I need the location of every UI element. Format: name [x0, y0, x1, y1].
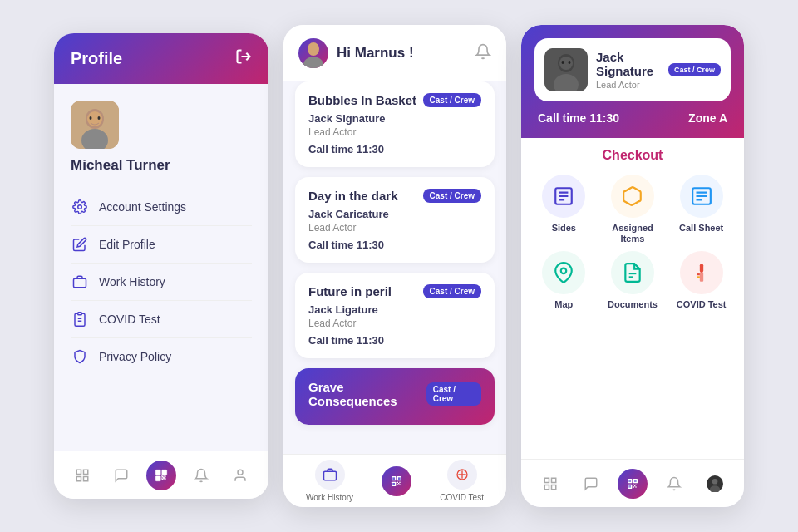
svg-rect-65: [699, 273, 702, 282]
right-top-section: Jack Signature Lead Actor Cast / Crew Ca…: [521, 25, 744, 138]
right-nav-qr-active[interactable]: [618, 469, 648, 499]
mid-nav-covid[interactable]: COVID Test: [440, 460, 484, 502]
nav-qr-icon-active[interactable]: [146, 461, 176, 490]
shield-icon: [71, 347, 89, 366]
card-actor-day: Jack Caricature: [308, 208, 481, 220]
right-avatar: [544, 48, 588, 91]
icon-grid-top: Sides Assigned Items Call Sheet: [534, 175, 731, 244]
svg-rect-69: [551, 478, 555, 482]
right-nav-profile[interactable]: [700, 469, 730, 499]
checkout-title: Checkout: [534, 148, 731, 163]
card-role-day: Lead Actor: [308, 222, 481, 234]
gear-icon: [71, 198, 89, 216]
svg-rect-73: [628, 480, 631, 482]
svg-rect-13: [76, 476, 81, 480]
right-user-role: Lead Actor: [596, 80, 660, 90]
covid-test-label-right: COVID Test: [677, 299, 727, 310]
svg-rect-38: [393, 483, 396, 485]
mid-nav-label-work: Work History: [306, 493, 353, 502]
btn-map[interactable]: Map: [534, 251, 594, 310]
profile-title: Profile: [71, 49, 122, 68]
call-sheet-label: Call Sheet: [679, 223, 723, 234]
svg-rect-70: [544, 485, 549, 489]
svg-rect-8: [78, 313, 82, 315]
svg-rect-36: [398, 477, 401, 480]
sides-icon-circle: [542, 175, 585, 218]
menu-item-work-history[interactable]: Work History: [71, 264, 252, 301]
left-header: Profile: [54, 33, 268, 84]
svg-rect-42: [400, 484, 401, 485]
mid-avatar: [298, 38, 328, 68]
left-panel: Profile Micheal Turner: [54, 33, 268, 499]
svg-rect-24: [162, 475, 164, 477]
btn-call-sheet[interactable]: Call Sheet: [672, 175, 731, 244]
covid-test-icon-circle: [680, 251, 723, 294]
cast-badge-bubbles: Cast / Crew: [423, 93, 481, 107]
right-panel: Jack Signature Lead Actor Cast / Crew Ca…: [521, 25, 744, 507]
right-nav-bell[interactable]: [659, 469, 689, 499]
menu-item-privacy-policy[interactable]: Privacy Policy: [71, 338, 252, 375]
svg-point-52: [569, 61, 571, 64]
sides-label: Sides: [552, 223, 576, 234]
cast-badge-future: Cast / Crew: [423, 284, 481, 298]
documents-label: Documents: [608, 299, 658, 310]
svg-rect-14: [83, 476, 87, 480]
project-card-bubbles[interactable]: Bubbles In Basket Cast / Crew Jack Signa…: [295, 81, 495, 167]
nav-chat-icon[interactable]: [106, 461, 136, 490]
menu-label-covid-test: COVID Test: [99, 313, 160, 326]
svg-point-50: [559, 57, 573, 70]
btn-documents[interactable]: Documents: [603, 251, 663, 310]
cast-badge-grave: Cast / Crew: [426, 382, 481, 406]
right-user-info: Jack Signature Lead Actor: [596, 50, 660, 90]
svg-rect-81: [635, 486, 636, 487]
menu-item-covid-test[interactable]: COVID Test: [71, 301, 252, 338]
nav-profile-icon[interactable]: [225, 461, 255, 490]
menu-label-work-history: Work History: [99, 275, 165, 288]
svg-rect-79: [635, 484, 636, 485]
greeting-text: Hi Marnus !: [337, 45, 414, 62]
svg-rect-25: [165, 475, 166, 477]
project-card-future[interactable]: Future in peril Cast / Crew Jack Ligatur…: [295, 273, 495, 358]
project-card-day[interactable]: Day in the dark Cast / Crew Jack Caricat…: [295, 177, 495, 263]
map-label: Map: [554, 299, 573, 310]
menu-item-account-settings[interactable]: Account Settings: [71, 189, 252, 226]
svg-rect-27: [165, 478, 166, 480]
mid-nav-work-history[interactable]: Work History: [306, 460, 353, 502]
project-card-grave[interactable]: Grave Consequences Cast / Crew: [295, 368, 495, 425]
right-user-card: Jack Signature Lead Actor Cast / Crew: [534, 38, 731, 101]
logout-icon[interactable]: [235, 48, 252, 69]
btn-sides[interactable]: Sides: [534, 175, 594, 244]
svg-rect-26: [162, 478, 164, 480]
menu-list: Account Settings Edit Profile Work Histo…: [71, 189, 252, 451]
svg-rect-77: [628, 485, 631, 488]
svg-point-51: [562, 61, 564, 64]
mid-body: Bubbles In Basket Cast / Crew Jack Signa…: [283, 81, 506, 454]
user-name: Micheal Turner: [71, 157, 170, 174]
svg-rect-7: [74, 278, 86, 288]
right-nav-chat[interactable]: [576, 469, 606, 499]
svg-rect-28: [163, 477, 165, 479]
icon-grid-bottom: Map Documents: [534, 251, 731, 310]
right-nav-grid[interactable]: [535, 469, 565, 499]
qr-icon-mid-active: [382, 466, 411, 496]
svg-rect-39: [397, 481, 398, 482]
nav-grid-icon[interactable]: [67, 461, 97, 490]
card-call-future: Call time 11:30: [308, 334, 481, 347]
avatar-area: Micheal Turner: [71, 101, 252, 174]
checkout-section: Checkout Sides Assigned Items: [521, 138, 744, 459]
cast-badge-day: Cast / Crew: [423, 189, 481, 203]
bell-icon-mid[interactable]: [475, 43, 491, 64]
right-bottom-nav: [521, 459, 744, 507]
card-actor-future: Jack Ligature: [308, 303, 481, 316]
menu-item-edit-profile[interactable]: Edit Profile: [71, 226, 252, 264]
card-title-bubbles: Bubbles In Basket: [308, 93, 416, 107]
btn-covid-test-right[interactable]: COVID Test: [672, 251, 731, 310]
nav-bell-icon[interactable]: [186, 461, 216, 490]
mid-nav-qr[interactable]: [382, 466, 411, 496]
documents-icon-circle: [611, 251, 654, 294]
btn-assigned-items[interactable]: Assigned Items: [603, 175, 663, 244]
card-actor-bubbles: Jack Signature: [308, 112, 481, 125]
svg-point-61: [561, 268, 567, 274]
right-cast-badge: Cast / Crew: [668, 63, 721, 76]
svg-rect-34: [393, 477, 396, 480]
